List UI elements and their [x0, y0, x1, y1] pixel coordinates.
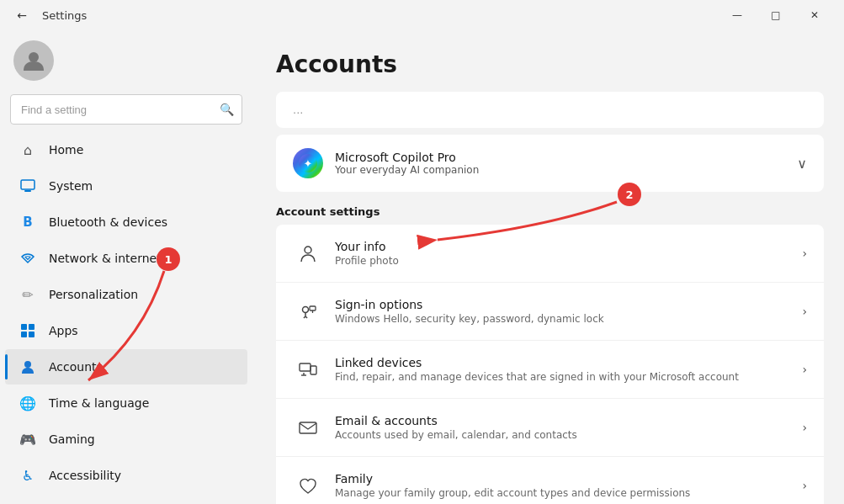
- sidebar-label-bluetooth: Bluetooth & devices: [49, 215, 167, 229]
- email-chevron: ›: [802, 421, 807, 434]
- svg-rect-19: [300, 422, 316, 433]
- back-icon: ←: [17, 8, 27, 22]
- sidebar-nav: ⌂ Home System B Bluetooth & devices: [0, 131, 252, 494]
- apps-icon: [19, 321, 37, 340]
- titlebar-title: Settings: [42, 9, 87, 22]
- linked-devices-chevron: ›: [802, 363, 807, 376]
- maximize-button[interactable]: □: [756, 0, 795, 30]
- sidebar-label-home: Home: [49, 143, 83, 157]
- partial-top-card: ...: [276, 92, 824, 128]
- sidebar-label-gaming: Gaming: [49, 432, 95, 446]
- search-icon: 🔍: [220, 103, 234, 116]
- svg-rect-11: [302, 254, 305, 255]
- email-desc: Accounts used by email, calendar, and co…: [335, 429, 802, 441]
- signin-text: Sign-in options Windows Hello, security …: [335, 298, 802, 325]
- signin-title: Sign-in options: [335, 298, 802, 311]
- avatar: [13, 40, 54, 81]
- system-icon: [19, 177, 37, 195]
- sidebar-item-bluetooth[interactable]: B Bluetooth & devices: [5, 204, 247, 240]
- signin-icon: [293, 296, 323, 326]
- your-info-chevron: ›: [802, 247, 807, 260]
- your-info-title: Your info: [335, 240, 802, 253]
- your-info-desc: Profile photo: [335, 255, 802, 267]
- partial-text: ...: [293, 103, 303, 116]
- signin-chevron: ›: [802, 305, 807, 318]
- your-info-text: Your info Profile photo: [335, 240, 802, 267]
- linked-devices-desc: Find, repair, and manage devices that ar…: [335, 371, 802, 383]
- sidebar-label-system: System: [49, 179, 93, 193]
- personalization-icon: ✏️: [19, 285, 37, 304]
- accessibility-icon: ♿: [19, 466, 37, 485]
- copilot-description: Your everyday AI companion: [335, 164, 479, 176]
- copilot-text: Microsoft Copilot Pro Your everyday AI c…: [335, 151, 479, 176]
- email-icon: [293, 412, 323, 443]
- linked-devices-text: Linked devices Find, repair, and manage …: [335, 356, 802, 383]
- sidebar-item-home[interactable]: ⌂ Home: [5, 132, 247, 167]
- sidebar-item-system[interactable]: System: [5, 168, 247, 204]
- sidebar-item-apps[interactable]: Apps: [5, 313, 247, 348]
- copilot-chevron: ∨: [797, 156, 807, 172]
- svg-rect-5: [21, 332, 27, 337]
- back-button[interactable]: ←: [10, 3, 34, 27]
- sidebar-label-accounts: Accounts: [49, 360, 103, 374]
- svg-rect-2: [24, 190, 31, 192]
- sidebar-label-personalization: Personalization: [49, 288, 138, 301]
- setting-row-email[interactable]: Email & accounts Accounts used by email,…: [276, 399, 824, 457]
- accounts-icon: [19, 358, 37, 376]
- svg-point-7: [24, 361, 31, 368]
- family-chevron: ›: [802, 479, 807, 492]
- network-icon: [19, 249, 37, 268]
- content-area: Accounts ...: [252, 30, 844, 504]
- copilot-icon: ✦: [293, 148, 323, 178]
- page-title: Accounts: [276, 50, 824, 78]
- sidebar-item-accessibility[interactable]: ♿ Accessibility: [5, 458, 247, 493]
- your-info-icon: [293, 238, 323, 268]
- email-text: Email & accounts Accounts used by email,…: [335, 414, 802, 441]
- sidebar-item-time[interactable]: 🌐 Time & language: [5, 385, 247, 421]
- svg-point-12: [303, 307, 309, 313]
- gaming-icon: 🎮: [19, 430, 37, 448]
- svg-point-0: [29, 52, 39, 62]
- family-title: Family: [335, 472, 802, 485]
- close-button[interactable]: ✕: [795, 0, 834, 30]
- sidebar-item-network[interactable]: Network & internet: [5, 241, 247, 276]
- setting-row-your-info[interactable]: Your info Profile photo ›: [276, 225, 824, 283]
- svg-rect-13: [310, 306, 316, 310]
- svg-rect-3: [21, 324, 27, 330]
- sidebar-label-apps: Apps: [49, 324, 78, 337]
- account-settings-group: Your info Profile photo › Sign-in option: [276, 225, 824, 504]
- copilot-info: ✦ Microsoft Copilot Pro Your everyday AI…: [293, 148, 479, 178]
- copilot-name: Microsoft Copilot Pro: [335, 151, 479, 164]
- sidebar-item-gaming[interactable]: 🎮 Gaming: [5, 422, 247, 457]
- section-label-account-settings: Account settings: [276, 205, 824, 218]
- setting-row-linked-devices[interactable]: Linked devices Find, repair, and manage …: [276, 341, 824, 399]
- copilot-card[interactable]: ✦ Microsoft Copilot Pro Your everyday AI…: [276, 135, 824, 192]
- sidebar-label-time: Time & language: [49, 396, 149, 410]
- svg-rect-16: [311, 366, 316, 374]
- svg-rect-1: [21, 180, 35, 189]
- minimize-button[interactable]: —: [718, 0, 756, 30]
- svg-rect-6: [29, 332, 35, 337]
- svg-point-10: [305, 247, 311, 253]
- sidebar-label-accessibility: Accessibility: [49, 469, 121, 482]
- setting-row-signin[interactable]: Sign-in options Windows Hello, security …: [276, 283, 824, 341]
- main-layout: 🔍 ⌂ Home System B Bluetooth & devices: [0, 30, 844, 504]
- family-icon: [293, 470, 323, 501]
- sidebar-item-personalization[interactable]: ✏️ Personalization: [5, 277, 247, 312]
- linked-devices-icon: [293, 354, 323, 385]
- setting-row-family[interactable]: Family Manage your family group, edit ac…: [276, 457, 824, 504]
- svg-rect-4: [29, 324, 35, 330]
- titlebar: ← Settings — □ ✕: [0, 0, 844, 30]
- family-text: Family Manage your family group, edit ac…: [335, 472, 802, 499]
- avatar-area: [0, 30, 252, 94]
- bluetooth-icon: B: [19, 213, 37, 231]
- sidebar-item-accounts[interactable]: Accounts: [5, 349, 247, 385]
- svg-text:✦: ✦: [304, 157, 313, 170]
- email-title: Email & accounts: [335, 414, 802, 427]
- search-box: 🔍: [10, 94, 242, 125]
- search-input[interactable]: [10, 94, 242, 125]
- svg-rect-15: [300, 363, 311, 371]
- home-icon: ⌂: [19, 141, 37, 159]
- time-icon: 🌐: [19, 394, 37, 412]
- window-controls: — □ ✕: [718, 0, 834, 30]
